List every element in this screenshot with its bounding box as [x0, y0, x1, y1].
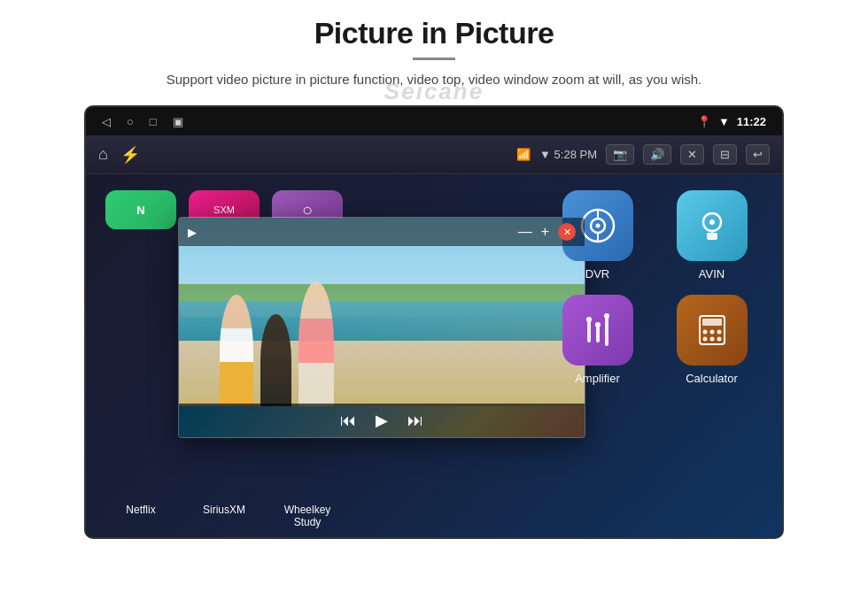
svg-point-14 [604, 313, 609, 319]
netflix-bottom-label: Netflix [105, 504, 176, 528]
location-icon: 📍 [697, 115, 711, 128]
main-area: N SXM ○ ▶ [86, 174, 782, 537]
prev-track-button[interactable]: ⏮ [340, 412, 356, 430]
pip-header: ▶ — + ✕ [179, 218, 585, 246]
siriusxm-bottom-label: SiriusXM [189, 504, 260, 528]
signal-icon: ▼ [718, 115, 730, 128]
svg-point-6 [709, 219, 715, 225]
title-divider [413, 58, 455, 60]
wifi-signal-icon: 📶 [516, 148, 531, 161]
device-frame: ◁ ○ □ ▣ 📍 ▼ 11:22 ⌂ ⚡ 📶 ▼ 5:28 PM 📷 [84, 105, 784, 539]
pip-controls: — + ✕ [518, 223, 576, 241]
pip-close-button[interactable]: ✕ [558, 223, 576, 241]
amplifier-label: Amplifier [575, 372, 620, 385]
page-wrapper: Picture in Picture Seicane Support video… [0, 0, 868, 608]
screenshot-nav-icon[interactable]: ▣ [173, 115, 183, 128]
subtitle: Support video picture in picture functio… [167, 69, 701, 89]
calculator-label: Calculator [686, 372, 738, 385]
toolbar-left: ⌂ ⚡ [98, 145, 140, 165]
svg-rect-16 [702, 319, 722, 326]
status-time: 11:22 [737, 115, 766, 128]
window-button[interactable]: ⊟ [713, 144, 737, 165]
calculator-svg [693, 311, 732, 350]
svg-rect-11 [605, 314, 608, 346]
wheelkey-bottom-label: Wheelkey Study [272, 504, 343, 528]
svg-point-2 [595, 224, 600, 228]
close-button[interactable]: ✕ [680, 144, 704, 165]
svg-rect-7 [707, 233, 717, 240]
volume-button[interactable]: 🔊 [643, 144, 671, 165]
camera-button[interactable]: 📷 [606, 144, 634, 165]
svg-point-20 [702, 337, 707, 342]
status-bar-left: ◁ ○ □ ▣ [102, 115, 183, 128]
toolbar-time: ▼ 5:28 PM [539, 148, 597, 161]
svg-point-13 [595, 322, 601, 327]
status-bar: ◁ ○ □ ▣ 📍 ▼ 11:22 [86, 107, 782, 135]
app-item-calculator[interactable]: Calculator [661, 295, 763, 385]
pip-play-indicator: ▶ [188, 226, 197, 239]
svg-point-18 [709, 330, 714, 335]
home-icon[interactable]: ⌂ [98, 145, 108, 164]
app-item-amplifier[interactable]: Amplifier [546, 295, 648, 385]
status-bar-right: 📍 ▼ 11:22 [697, 115, 766, 128]
pip-window[interactable]: ▶ — + ✕ [178, 217, 585, 438]
avin-icon [677, 190, 748, 261]
figure-2 [260, 314, 291, 406]
amplifier-svg [578, 311, 617, 350]
back-nav-icon[interactable]: ◁ [102, 115, 111, 128]
app-item-avin[interactable]: AVIN [661, 190, 763, 281]
recent-nav-icon[interactable]: □ [150, 115, 157, 128]
figures [220, 274, 334, 406]
avin-label: AVIN [699, 267, 725, 281]
avin-svg [693, 206, 732, 245]
svg-point-12 [586, 317, 592, 322]
next-track-button[interactable]: ⏭ [407, 412, 423, 430]
pip-expand-button[interactable]: + [541, 224, 549, 240]
amplifier-icon [562, 295, 633, 366]
figure-3 [298, 281, 334, 406]
figure-1 [220, 295, 253, 406]
svg-point-22 [717, 337, 721, 342]
pip-minimize-button[interactable]: — [518, 224, 532, 240]
page-title: Picture in Picture [314, 16, 554, 50]
svg-point-19 [717, 330, 721, 335]
calculator-icon [677, 295, 748, 366]
toolbar: ⌂ ⚡ 📶 ▼ 5:28 PM 📷 🔊 ✕ ⊟ ↩ [86, 135, 782, 174]
home-nav-icon[interactable]: ○ [127, 115, 134, 128]
usb-icon[interactable]: ⚡ [120, 145, 140, 165]
svg-point-21 [709, 337, 714, 342]
play-pause-button[interactable]: ▶ [376, 411, 388, 430]
back-button[interactable]: ↩ [746, 144, 770, 165]
svg-point-17 [702, 330, 707, 335]
netflix-icon: N [105, 190, 176, 229]
pip-media-bar: ⏮ ▶ ⏭ [179, 404, 585, 437]
dvr-label: DVR [585, 267, 609, 281]
toolbar-right: 📶 ▼ 5:28 PM 📷 🔊 ✕ ⊟ ↩ [516, 144, 770, 165]
bottom-app-labels: Netflix SiriusXM Wheelkey Study [105, 504, 343, 528]
app-item-netflix[interactable]: N [105, 190, 176, 229]
